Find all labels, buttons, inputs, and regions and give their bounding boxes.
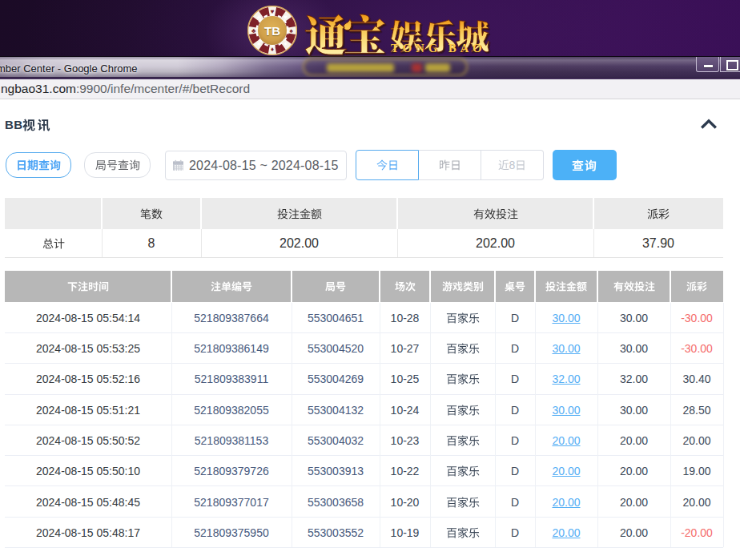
- svg-text:♣: ♣: [251, 27, 256, 34]
- svg-text:TB: TB: [264, 24, 280, 38]
- svg-text:♦: ♦: [284, 40, 288, 47]
